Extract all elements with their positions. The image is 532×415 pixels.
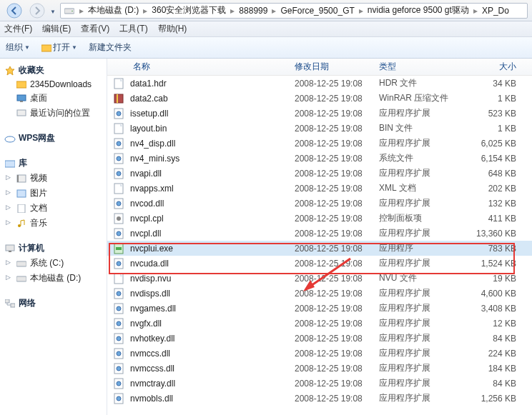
svg-point-42 — [117, 216, 121, 221]
breadcrumb-item[interactable]: XP_Do — [479, 6, 512, 16]
file-type: 控制面板项 — [379, 212, 460, 224]
file-name: layout.bin — [126, 124, 295, 134]
file-date: 2008-12-25 19:08 — [295, 259, 379, 269]
nav-history-dropdown[interactable]: ▼ — [50, 6, 57, 16]
sidebar-item-music[interactable]: ▷音乐 — [4, 216, 107, 231]
file-size: 84 KB — [460, 334, 532, 344]
column-header-date[interactable]: 修改日期 — [295, 61, 379, 73]
file-date: 2008-12-25 19:08 — [295, 244, 379, 254]
file-type: 应用程序扩展 — [379, 347, 460, 359]
file-row[interactable]: data2.cab2008-12-25 19:08WinRAR 压缩文件1 KB — [107, 91, 532, 106]
sidebar-network-head[interactable]: 网络 — [4, 296, 107, 311]
svg-rect-37 — [114, 184, 123, 194]
nav-back-button[interactable] — [4, 2, 24, 19]
file-icon — [112, 288, 126, 299]
sidebar-computer-head[interactable]: 计算机 — [4, 241, 107, 256]
menu-tools[interactable]: 工具(T) — [119, 23, 147, 35]
svg-rect-3 — [72, 11, 73, 11]
breadcrumb-item[interactable]: 360安全浏览器下载 — [149, 4, 229, 16]
sidebar-item-drive-c[interactable]: ▷系统 (C:) — [4, 256, 107, 271]
file-row[interactable]: nvapi.dll2008-12-25 19:08应用程序扩展648 KB — [107, 166, 532, 181]
file-row[interactable]: nvgames.dll2008-12-25 19:08应用程序扩展3,408 K… — [107, 301, 532, 316]
file-row[interactable]: nv4_disp.dll2008-12-25 19:08应用程序扩展6,025 … — [107, 136, 532, 151]
expand-toggle[interactable]: ▷ — [6, 274, 11, 281]
column-header-name[interactable]: 名称 — [112, 61, 295, 73]
file-icon — [112, 198, 126, 209]
file-name: nvmccs.dll — [126, 349, 295, 359]
file-date: 2008-12-25 19:08 — [295, 184, 379, 194]
sidebar-item-desktop[interactable]: 桌面 — [4, 91, 107, 106]
computer-icon — [4, 244, 16, 254]
svg-point-28 — [117, 111, 121, 116]
file-icon — [112, 78, 126, 89]
organize-button[interactable]: 组织▼ — [6, 41, 30, 54]
file-row[interactable]: layout.bin2008-12-25 19:08BIN 文件1 KB — [107, 121, 532, 136]
menu-file[interactable]: 文件(F) — [4, 23, 32, 35]
sidebar-favorites-head[interactable]: 收藏夹 — [4, 63, 107, 78]
expand-toggle[interactable]: ▷ — [6, 219, 11, 226]
breadcrumb-item[interactable]: 本地磁盘 (D:) — [85, 4, 142, 16]
file-type: BIN 文件 — [379, 122, 460, 134]
file-size: 648 KB — [460, 169, 532, 179]
breadcrumb-item[interactable]: nvidia geforce 9500 gt驱动 — [365, 4, 472, 16]
file-name: nvmobls.dll — [126, 394, 295, 404]
file-row[interactable]: nvmccss.dll2008-12-25 19:08应用程序扩展184 KB — [107, 361, 532, 376]
sidebar-libraries-head[interactable]: 库 — [4, 156, 107, 171]
breadcrumb-item[interactable]: GeForce_9500_GT — [277, 6, 357, 16]
menu-edit[interactable]: 编辑(E) — [42, 23, 71, 35]
breadcrumb[interactable]: ▸ 本地磁盘 (D:) ▸ 360安全浏览器下载 ▸ 888999 ▸ GeFo… — [60, 3, 528, 19]
library-icon — [4, 159, 16, 169]
file-row[interactable]: data1.hdr2008-12-25 19:08HDR 文件34 KB — [107, 76, 532, 91]
file-row[interactable]: nvmccs.dll2008-12-25 19:08应用程序扩展224 KB — [107, 346, 532, 361]
navigation-pane: 收藏夹 2345Downloads 桌面 最近访问的位置 WPS网盘 库 ▷视频… — [0, 59, 107, 415]
file-date: 2008-12-25 19:08 — [295, 319, 379, 329]
drive-icon — [64, 5, 75, 16]
file-row[interactable]: nvmobls.dll2008-12-25 19:08应用程序扩展1,256 K… — [107, 391, 532, 406]
file-row[interactable]: nvapps.xml2008-12-25 19:08XML 文档202 KB — [107, 181, 532, 196]
file-size: 1,524 KB — [460, 259, 532, 269]
file-row[interactable]: nvcpl.cpl2008-12-25 19:08控制面板项411 KB — [107, 211, 532, 226]
sidebar-item-videos[interactable]: ▷视频 — [4, 171, 107, 186]
sidebar-item-recent[interactable]: 最近访问的位置 — [4, 106, 107, 121]
drive-icon — [16, 259, 27, 269]
file-row[interactable]: nvcuda.dll2008-12-25 19:08应用程序扩展1,524 KB — [107, 256, 532, 271]
file-row[interactable]: nv4_mini.sys2008-12-25 19:08系统文件6,154 KB — [107, 151, 532, 166]
expand-toggle[interactable]: ▷ — [6, 204, 11, 211]
file-row[interactable]: nvhotkey.dll2008-12-25 19:08应用程序扩展84 KB — [107, 331, 532, 346]
column-header-size[interactable]: 大小 — [460, 61, 532, 73]
column-header-type[interactable]: 类型 — [379, 61, 460, 73]
file-icon — [112, 318, 126, 329]
new-folder-button[interactable]: 新建文件夹 — [89, 41, 132, 54]
file-icon — [112, 303, 126, 314]
file-type: XML 文档 — [379, 182, 460, 194]
file-row[interactable]: nvcpl.dll2008-12-25 19:08应用程序扩展13,360 KB — [107, 226, 532, 241]
sidebar-item-pictures[interactable]: ▷图片 — [4, 186, 107, 201]
open-button[interactable]: 打开▼ — [41, 41, 77, 54]
file-row[interactable]: issetup.dll2008-12-25 19:08应用程序扩展523 KB — [107, 106, 532, 121]
file-row[interactable]: nvdisps.dll2008-12-25 19:08应用程序扩展4,600 K… — [107, 286, 532, 301]
menu-help[interactable]: 帮助(H) — [158, 23, 187, 35]
file-row[interactable]: nvcplui.exe2008-12-25 19:08应用程序783 KB — [107, 241, 532, 256]
svg-point-52 — [117, 291, 121, 296]
sidebar-wps-head[interactable]: WPS网盘 — [4, 131, 107, 146]
sidebar-item-2345downloads[interactable]: 2345Downloads — [4, 78, 107, 91]
file-date: 2008-12-25 19:08 — [295, 274, 379, 284]
expand-toggle[interactable]: ▷ — [6, 189, 11, 196]
file-size: 4,600 KB — [460, 289, 532, 299]
expand-toggle[interactable]: ▷ — [6, 259, 11, 266]
sidebar-item-documents[interactable]: ▷文档 — [4, 201, 107, 216]
file-type: 应用程序扩展 — [379, 392, 460, 404]
file-size: 84 KB — [460, 379, 532, 389]
file-date: 2008-12-25 19:08 — [295, 169, 379, 179]
sidebar-item-drive-d[interactable]: ▷本地磁盘 (D:) — [4, 271, 107, 286]
breadcrumb-item[interactable]: 888999 — [236, 6, 270, 16]
svg-rect-4 — [41, 45, 51, 51]
nav-forward-button[interactable] — [27, 2, 47, 19]
file-row[interactable]: nvdisp.nvu2008-12-25 19:08NVU 文件19 KB — [107, 271, 532, 286]
file-row[interactable]: nvcod.dll2008-12-25 19:08应用程序扩展132 KB — [107, 196, 532, 211]
expand-toggle[interactable]: ▷ — [6, 174, 11, 181]
menu-view[interactable]: 查看(V) — [81, 23, 109, 35]
svg-rect-49 — [114, 274, 123, 284]
file-row[interactable]: nvgfx.dll2008-12-25 19:08应用程序扩展12 KB — [107, 316, 532, 331]
file-row[interactable]: nvmctray.dll2008-12-25 19:08应用程序扩展84 KB — [107, 376, 532, 391]
